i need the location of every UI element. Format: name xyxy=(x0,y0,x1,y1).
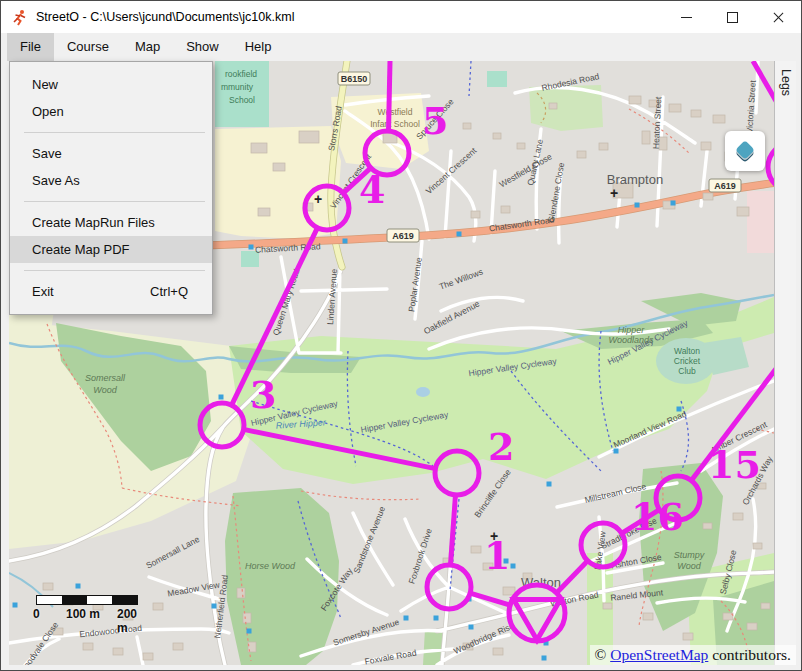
menu-item-shortcut: Ctrl+Q xyxy=(150,278,212,305)
building xyxy=(629,96,641,104)
building xyxy=(251,143,267,153)
building xyxy=(577,151,586,158)
node-marker xyxy=(547,482,552,487)
church-cross-icon: + xyxy=(610,185,618,201)
node-marker xyxy=(247,629,252,634)
map-label: Woodlands xyxy=(608,335,654,345)
file-menu-dropdown: NewOpenSaveSave AsCreate MapRun FilesCre… xyxy=(9,61,213,315)
control-number-2: 2 xyxy=(488,424,514,469)
menubar-item-help[interactable]: Help xyxy=(232,33,285,61)
building xyxy=(753,543,762,549)
file-menu-item-create-maprun-files[interactable]: Create MapRun Files xyxy=(10,209,212,236)
scale-bar-segments xyxy=(36,595,138,605)
building xyxy=(273,163,285,171)
map-attribution: © OpenStreetMap contributors. xyxy=(590,645,796,665)
legs-panel-tab[interactable]: Legs xyxy=(774,61,796,665)
road-shield-a619: A619 xyxy=(387,229,419,242)
menu-bar: FileCourseMapShowHelp xyxy=(1,33,801,61)
church-cross-icon: + xyxy=(314,191,322,207)
attribution-suffix: contributors. xyxy=(708,646,791,663)
minimize-icon xyxy=(681,17,692,18)
openstreetmap-link[interactable]: OpenStreetMap xyxy=(610,646,708,663)
close-button[interactable] xyxy=(755,1,801,33)
scale-label-0: 0 xyxy=(33,607,40,621)
course-leg xyxy=(389,61,391,132)
layers-icon xyxy=(731,137,759,165)
building xyxy=(83,643,93,650)
building xyxy=(701,142,711,150)
layers-button[interactable] xyxy=(725,131,765,171)
menu-separator xyxy=(24,201,205,202)
menu-item-label: Create Map PDF xyxy=(32,236,130,263)
maximize-button[interactable] xyxy=(709,1,755,33)
menu-item-label: Open xyxy=(32,98,64,125)
file-menu-item-save-as[interactable]: Save As xyxy=(10,167,212,194)
file-menu-item-exit[interactable]: ExitCtrl+Q xyxy=(10,278,212,305)
menu-item-label: Exit xyxy=(32,278,54,305)
building xyxy=(642,131,650,144)
building xyxy=(517,143,525,149)
menu-item-label: New xyxy=(32,71,58,98)
map-label: School xyxy=(229,95,255,105)
building xyxy=(669,104,681,112)
menubar-item-show[interactable]: Show xyxy=(173,33,232,61)
map-label: Brampton xyxy=(607,172,663,187)
shield-text: A619 xyxy=(714,181,736,191)
file-menu-item-open[interactable]: Open xyxy=(10,98,212,125)
shield-text: A619 xyxy=(392,231,414,241)
minimize-button[interactable] xyxy=(663,1,709,33)
building xyxy=(703,193,713,200)
control-number-16: 16 xyxy=(631,494,684,539)
maximize-icon xyxy=(727,12,738,23)
window-title: StreetO - C:\Users\jcund\Documents\jc10k… xyxy=(36,10,294,24)
file-menu-item-create-map-pdf[interactable]: Create Map PDF xyxy=(10,236,212,263)
node-marker xyxy=(434,616,439,621)
shield-text: B6150 xyxy=(341,74,368,84)
menubar-item-map[interactable]: Map xyxy=(122,33,173,61)
map-label: Club xyxy=(678,366,696,376)
scale-label-100: 100 m xyxy=(66,607,100,621)
building xyxy=(237,588,245,598)
map-label: mmunity xyxy=(221,82,254,92)
building xyxy=(737,207,749,216)
building xyxy=(599,143,608,150)
building xyxy=(113,648,123,655)
building xyxy=(463,123,471,129)
menu-item-label: Save As xyxy=(32,167,80,194)
scale-label-200: 200 m xyxy=(117,607,138,635)
building xyxy=(691,110,701,117)
node-marker xyxy=(404,616,409,621)
menubar-item-course[interactable]: Course xyxy=(54,33,122,61)
menu-item-label: Save xyxy=(32,140,62,167)
menubar-item-file[interactable]: File xyxy=(7,33,54,61)
building xyxy=(761,603,770,609)
map-label: Cricket xyxy=(674,356,701,366)
node-marker xyxy=(13,603,18,608)
file-menu-item-save[interactable]: Save xyxy=(10,140,212,167)
control-number-15: 15 xyxy=(708,442,761,487)
map-label: Horse Wood xyxy=(245,561,296,571)
building xyxy=(258,208,270,216)
close-icon xyxy=(773,12,784,23)
building xyxy=(683,633,693,640)
building xyxy=(733,513,743,520)
app-window: StreetO - C:\Users\jcund\Documents\jc10k… xyxy=(0,0,802,671)
control-number-5: 5 xyxy=(422,98,448,143)
building xyxy=(143,653,153,660)
control-number-3: 3 xyxy=(250,372,276,417)
title-bar[interactable]: StreetO - C:\Users\jcund\Documents\jc10k… xyxy=(1,1,801,33)
map-label: Wood xyxy=(677,561,702,571)
building xyxy=(503,587,515,595)
building xyxy=(603,603,612,609)
building xyxy=(713,115,725,123)
node-marker xyxy=(219,395,224,400)
node-marker xyxy=(457,232,462,237)
map-label: Walton xyxy=(674,346,700,356)
menu-separator xyxy=(24,132,205,133)
building xyxy=(493,133,501,139)
building xyxy=(43,583,53,590)
building xyxy=(471,546,481,553)
building xyxy=(471,211,480,218)
file-menu-item-new[interactable]: New xyxy=(10,71,212,98)
node-marker xyxy=(343,239,348,244)
